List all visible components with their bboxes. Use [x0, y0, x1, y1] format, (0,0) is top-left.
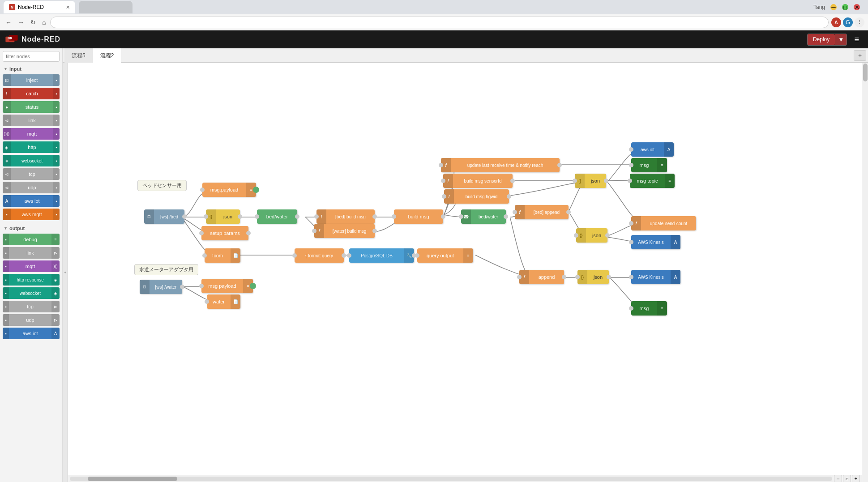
back-btn[interactable]: ←	[4, 18, 13, 27]
flow-canvas[interactable]: ベッドセンサー用 水道メーターアダプタ用 ⊡ [ws] /bed ⊡ [ws] …	[68, 63, 862, 475]
node-aws-mqtt[interactable]: ▪ aws mqtt ▪	[3, 209, 60, 220]
bed-water-left-label: bed/water	[257, 214, 297, 219]
address-bar[interactable]	[50, 17, 829, 28]
node-bed-build-msg[interactable]: f [bed] build msg	[316, 209, 375, 224]
node-link-out[interactable]: ▪ link ⊳	[3, 247, 60, 259]
app-body: ▼ input ⊡ inject ▪ ! catch ▪ ● status ▪	[0, 48, 868, 482]
node-udp-in[interactable]: ⊲ udp ▪	[3, 182, 60, 193]
node-tcp-in[interactable]: ⊲ tcp ▪	[3, 168, 60, 180]
extension-icon-1[interactable]: A	[831, 17, 841, 27]
node-inject[interactable]: ⊡ inject ▪	[3, 74, 60, 86]
node-bed-water-right[interactable]: ☎ bed/water	[461, 209, 506, 224]
node-mqtt-out[interactable]: ▪ mqtt )))	[3, 260, 60, 272]
deploy-dropdown-btn[interactable]: ▼	[835, 34, 847, 45]
node-update-send-count[interactable]: f update-send-count	[631, 216, 696, 230]
close-btn[interactable]: ✕	[854, 4, 860, 10]
node-debug[interactable]: ▪ debug ≡	[3, 234, 60, 245]
filter-nodes-input[interactable]	[3, 51, 60, 62]
node-aws-iot-top[interactable]: aws iot A	[631, 142, 674, 157]
ws-water-label: [ws] /water	[150, 285, 182, 290]
node-query-output[interactable]: query output ≡	[417, 248, 473, 263]
add-tab-btn[interactable]: +	[854, 50, 866, 61]
maximize-btn[interactable]: □	[842, 4, 848, 10]
home-btn[interactable]: ⌂	[40, 18, 47, 27]
tab-close-btn[interactable]: ✕	[66, 4, 70, 10]
horizontal-scrollbar[interactable]	[70, 477, 832, 481]
node-tcp-out[interactable]: ▪ tcp ⊳	[3, 301, 60, 312]
node-bed-append[interactable]: f [bed] append	[515, 205, 569, 219]
aws-iot-out-left-icon: ▪	[3, 328, 9, 339]
node-build-sensorid[interactable]: f build msg sensorId	[443, 174, 513, 188]
msg-top-port-left	[629, 163, 633, 167]
node-ws-bed[interactable]: ⊡ [ws] /bed	[144, 209, 184, 224]
mqtt-in-right-icon: ▪	[53, 128, 60, 140]
node-build-hgwid[interactable]: f build msg hgwid	[444, 189, 509, 204]
node-append[interactable]: f append	[519, 270, 564, 284]
node-water-build-msg[interactable]: f [water] build msg	[314, 224, 375, 238]
node-json4[interactable]: {} json	[577, 270, 609, 284]
node-link-in[interactable]: ⊲ link ▪	[3, 115, 60, 126]
active-tab[interactable]: N Node-RED ✕	[4, 1, 75, 13]
node-mqtt-in[interactable]: )))) mqtt ▪	[3, 128, 60, 140]
extension-icon-3[interactable]: ⋮	[855, 17, 864, 27]
hamburger-menu-btn[interactable]: ≡	[851, 33, 863, 46]
json1-label: json	[216, 214, 240, 219]
update-send-count-port-left	[629, 221, 633, 226]
output-section-header[interactable]: ▼ output	[0, 224, 62, 233]
node-http-response[interactable]: ▪ http response ◈	[3, 274, 60, 286]
vertical-scrollbar[interactable]	[862, 63, 868, 482]
nodered-app: NR Node-RED Deploy ▼ ≡ ▼ input ⊡ inject …	[0, 30, 868, 482]
node-format-query[interactable]: { format query	[295, 248, 344, 263]
node-postgresql[interactable]: PostgreSQL DB 🔧	[349, 248, 414, 263]
label-bed-sensor[interactable]: ベッドセンサー用	[137, 180, 187, 191]
status-left-icon: ●	[3, 101, 11, 113]
node-update-last[interactable]: f update last receive time & notify reac…	[441, 158, 560, 172]
node-water[interactable]: water 📄	[207, 294, 240, 309]
deploy-button[interactable]: Deploy	[808, 34, 835, 45]
node-udp-out[interactable]: ▪ udp ⊳	[3, 314, 60, 326]
node-msg-payload[interactable]: msg.payload ≡	[202, 183, 256, 197]
node-msg-payload2[interactable]: msg payload ≡	[201, 279, 253, 293]
node-build-msg[interactable]: build msg	[394, 209, 443, 224]
tab-bar: 流程5 流程2 +	[63, 48, 868, 63]
node-ws-water[interactable]: ⊡ [ws] /water	[140, 280, 182, 294]
bed-water-right-label: bed/water	[471, 214, 506, 219]
output-section-label: output	[9, 226, 25, 231]
node-msg-bottom[interactable]: msg ≡	[631, 301, 667, 316]
reload-btn[interactable]: ↻	[29, 18, 38, 27]
node-mqtt-in-label: mqtt	[11, 131, 53, 136]
zoom-in-btn[interactable]: +	[852, 475, 860, 482]
input-section-label: input	[9, 66, 21, 72]
node-aws-iot-out[interactable]: ▪ aws iot A	[3, 328, 60, 339]
zoom-out-btn[interactable]: −	[834, 475, 842, 482]
extension-icon-2[interactable]: G	[843, 17, 853, 27]
node-status[interactable]: ● status ▪	[3, 101, 60, 113]
label-water-meter[interactable]: 水道メーターアダプタ用	[134, 264, 198, 275]
node-aws-iot-in[interactable]: A aws iot ▪	[3, 195, 60, 207]
node-json2[interactable]: {} json	[575, 174, 606, 188]
node-http-in[interactable]: ◈ http ▪	[3, 141, 60, 153]
node-msg-top[interactable]: msg ≡	[631, 158, 667, 172]
node-aws-kinesis-2[interactable]: AWS Kinesis A	[631, 270, 680, 284]
node-msg-topic[interactable]: msg topic ≡	[630, 174, 675, 188]
minimize-btn[interactable]: ─	[830, 4, 837, 10]
inactive-tab[interactable]	[79, 1, 133, 13]
node-websocket-in[interactable]: ◈ websocket ▪	[3, 155, 60, 166]
water-port-left	[205, 299, 209, 304]
node-ws-out[interactable]: ▪ websocket ◈	[3, 287, 60, 299]
node-json3[interactable]: {} json	[576, 228, 607, 243]
tab-flow5[interactable]: 流程5	[64, 48, 93, 63]
left-resize-handle[interactable]: ◄	[63, 63, 68, 482]
node-json1[interactable]: {} json	[206, 209, 240, 224]
zoom-reset-btn[interactable]: ○	[843, 475, 851, 482]
input-section-header[interactable]: ▼ input	[0, 64, 62, 73]
forward-btn[interactable]: →	[16, 18, 26, 27]
tab-flow2[interactable]: 流程2	[93, 48, 122, 63]
node-fcom[interactable]: fcom 📄	[205, 248, 240, 263]
node-catch[interactable]: ! catch ▪	[3, 88, 60, 99]
tcp-out-left-icon: ▪	[3, 301, 9, 312]
node-bed-water-left[interactable]: bed/water	[257, 209, 297, 224]
node-setup-params[interactable]: setup params	[201, 226, 248, 240]
aws-iot-top-label: aws iot	[631, 147, 664, 152]
node-aws-kinesis-1[interactable]: AWS Kinesis A	[631, 235, 680, 249]
